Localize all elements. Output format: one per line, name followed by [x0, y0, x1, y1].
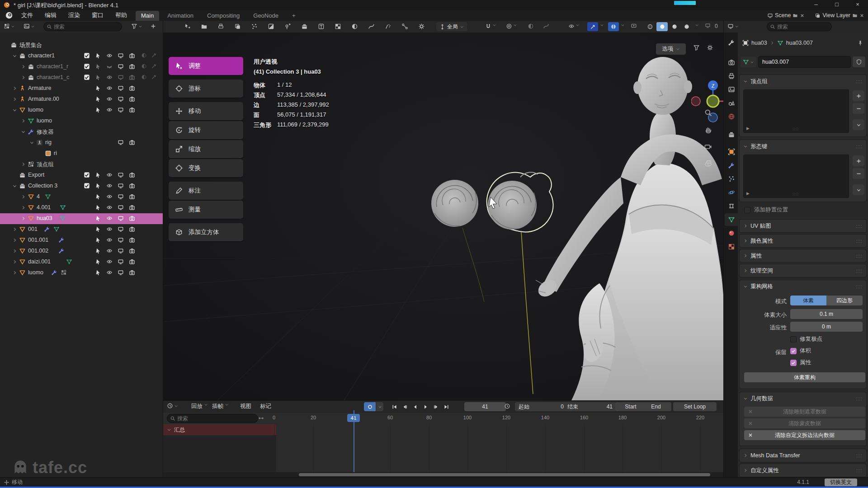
- camera-visibility-icon[interactable]: [129, 96, 135, 102]
- next-keyframe-button[interactable]: [431, 402, 441, 411]
- close-icon[interactable]: [859, 13, 864, 18]
- workspace-tab-+[interactable]: +: [287, 11, 301, 21]
- outliner-row[interactable]: 场景集合: [0, 40, 163, 51]
- chevron-down-icon[interactable]: [743, 144, 748, 149]
- menu-4[interactable]: 帮助: [109, 10, 133, 21]
- tool-crosshair-button[interactable]: 游标: [169, 80, 243, 98]
- timeline-ruler[interactable]: 搜索020608010012014016018020022041: [163, 413, 724, 425]
- shape-keys-list[interactable]: ▶ ::::: [743, 155, 849, 198]
- screen-visibility-icon[interactable]: [118, 226, 124, 232]
- workspace-tab-animation[interactable]: Animation: [162, 11, 199, 21]
- camera-visibility-icon[interactable]: [129, 63, 135, 70]
- viewport-3d[interactable]: 调整游标移动旋转缩放变换标注测量添加立方体 用户透视 (41) Collecti…: [163, 33, 724, 400]
- checkbox-icon[interactable]: [84, 63, 90, 70]
- collapsed-panel[interactable]: 自定义属性::::: [740, 464, 866, 477]
- cursor-select-icon[interactable]: [95, 258, 101, 265]
- chevron-right-icon[interactable]: [21, 118, 26, 123]
- chevron-down-icon[interactable]: [12, 108, 17, 113]
- properties-tab-output[interactable]: [725, 70, 738, 82]
- holdout-icon[interactable]: [141, 52, 147, 58]
- minimize-button[interactable]: –: [806, 0, 826, 10]
- voxel-size-field[interactable]: 0.1 m: [790, 309, 863, 319]
- chevron-right-icon[interactable]: [12, 86, 17, 91]
- end-button[interactable]: End: [641, 402, 671, 411]
- eye-icon[interactable]: [106, 172, 113, 178]
- clear-data-button[interactable]: 清除自定义拆边法向数据: [744, 430, 865, 440]
- expand-icon[interactable]: ▶: [746, 126, 750, 131]
- collapsed-panel[interactable]: 属性::::: [740, 249, 866, 262]
- eye-icon[interactable]: [106, 74, 113, 80]
- grip-icon[interactable]: ::::: [856, 453, 863, 458]
- scrollbar-thumb[interactable]: [299, 473, 710, 476]
- nodes-icon[interactable]: [401, 23, 408, 30]
- eye-icon[interactable]: [106, 96, 113, 102]
- spray-icon[interactable]: [385, 23, 392, 30]
- camera-visibility-icon[interactable]: [129, 74, 135, 80]
- tool-annotate-button[interactable]: 标注: [169, 182, 243, 200]
- outliner-row[interactable]: 4: [0, 192, 163, 202]
- channel-summary-row[interactable]: 汇总: [163, 424, 276, 435]
- screen-visibility-icon[interactable]: [118, 63, 124, 70]
- copy-icon[interactable]: [852, 13, 858, 18]
- properties-tab-scene[interactable]: [725, 97, 738, 109]
- checkbox-icon[interactable]: [84, 183, 90, 189]
- properties-tab-object[interactable]: [725, 145, 738, 158]
- vertex-groups-list[interactable]: ▶ ::::: [743, 89, 849, 133]
- attributes-checkbox[interactable]: [790, 360, 797, 366]
- voxel-remesh-button[interactable]: 体素重构: [744, 372, 865, 382]
- workspace-tab-main[interactable]: Main: [136, 11, 159, 21]
- breadcrumb-object[interactable]: hua03: [751, 40, 767, 46]
- outliner-row[interactable]: 001: [0, 224, 163, 235]
- properties-tab-render[interactable]: [725, 56, 738, 69]
- camera-visibility-icon[interactable]: [129, 215, 135, 221]
- properties-tab-modifiers[interactable]: [725, 159, 738, 172]
- snap-magnet-icon[interactable]: [485, 23, 496, 29]
- gear-icon[interactable]: [418, 23, 425, 30]
- outliner-row[interactable]: character1: [0, 51, 163, 61]
- screen-visibility-icon[interactable]: [118, 52, 124, 59]
- ortho-grid-icon[interactable]: [704, 159, 712, 167]
- holdout-icon[interactable]: [141, 74, 147, 80]
- collapsed-panel[interactable]: 纹理空间::::: [740, 264, 866, 277]
- datablock-type-dropdown[interactable]: [741, 56, 756, 67]
- timeline-menu-3[interactable]: 标记: [260, 403, 271, 410]
- outliner-row[interactable]: Collection 3: [0, 181, 163, 192]
- transform-orientation-dropdown[interactable]: 全局: [436, 22, 467, 31]
- tool-icon[interactable]: [184, 23, 191, 30]
- screen-visibility-icon[interactable]: [118, 248, 124, 254]
- eye-icon[interactable]: [106, 107, 113, 113]
- chevron-right-icon[interactable]: [21, 194, 26, 199]
- end-frame-field[interactable]: 结束41: [564, 402, 616, 411]
- tool-measure-button[interactable]: 测量: [169, 201, 243, 219]
- grip-icon[interactable]: ::::: [856, 79, 863, 84]
- eye-icon[interactable]: [106, 85, 113, 91]
- screen-visibility-icon[interactable]: [118, 107, 124, 113]
- contrast-icon[interactable]: [268, 23, 274, 30]
- cursor-select-icon[interactable]: [95, 215, 101, 221]
- screen-visibility-icon[interactable]: [118, 85, 124, 91]
- chevron-right-icon[interactable]: [21, 64, 26, 69]
- current-frame-field[interactable]: 41: [464, 402, 506, 411]
- specials-dropdown[interactable]: [853, 119, 864, 130]
- camera-visibility-icon[interactable]: [129, 193, 135, 200]
- eye-icon[interactable]: [106, 63, 113, 70]
- screen-visibility-icon[interactable]: [118, 215, 124, 221]
- rendered-shading-button[interactable]: [681, 22, 692, 31]
- folder-icon[interactable]: [201, 23, 208, 30]
- falloff-icon[interactable]: [528, 23, 534, 29]
- cursor-select-icon[interactable]: [95, 193, 101, 200]
- chevron-right-icon[interactable]: [12, 238, 17, 243]
- screen-visibility-icon[interactable]: [118, 237, 124, 243]
- jump-to-end-button[interactable]: [441, 402, 451, 411]
- chevron-down-icon[interactable]: [743, 396, 748, 401]
- workspace-tab-compositing[interactable]: Compositing: [202, 11, 245, 21]
- chevron-down-icon[interactable]: [743, 284, 748, 289]
- chevron-right-icon[interactable]: [12, 97, 17, 102]
- properties-tab-world[interactable]: [725, 110, 738, 123]
- cursor-select-icon[interactable]: [95, 74, 101, 80]
- mode-voxel-button[interactable]: 体素: [790, 296, 826, 305]
- fix-poles-checkbox[interactable]: [790, 336, 797, 343]
- expand-icon[interactable]: ▶: [746, 191, 750, 196]
- collapsed-panel[interactable]: 颜色属性::::: [740, 235, 866, 247]
- eye-icon[interactable]: [106, 204, 113, 211]
